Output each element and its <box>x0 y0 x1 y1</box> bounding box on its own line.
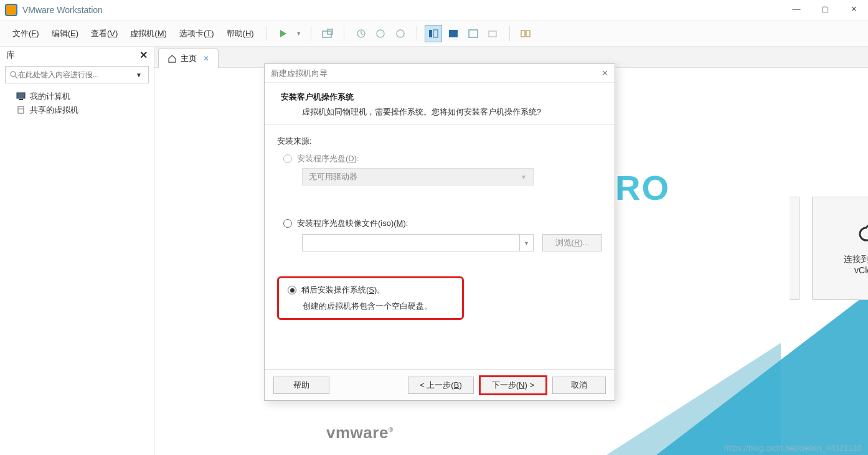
disc-dropdown: 无可用驱动器 ▼ <box>302 168 534 185</box>
install-source-label: 安装来源: <box>277 136 602 147</box>
toolbar-separator <box>344 26 344 41</box>
revert-button[interactable] <box>352 25 369 42</box>
manage-button[interactable] <box>392 25 409 42</box>
sidebar-header: 库 ✕ <box>0 47 154 63</box>
play-icon <box>278 29 288 39</box>
search-dropdown[interactable]: ▼ <box>133 72 144 78</box>
help-button[interactable]: 帮助 <box>273 377 329 394</box>
svg-point-13 <box>11 72 16 77</box>
tree: 我的计算机 共享的虚拟机 <box>0 86 154 121</box>
dialog-titlebar[interactable]: 新建虚拟机向导 ✕ <box>265 64 615 83</box>
radio-icon <box>288 286 296 294</box>
iso-path-input: ▾ <box>302 234 534 251</box>
fullscreen-button[interactable] <box>465 25 482 42</box>
sidebar-close[interactable]: ✕ <box>139 49 148 61</box>
tab-home[interactable]: 主页 ✕ <box>158 49 219 68</box>
toolbar-separator <box>417 26 417 41</box>
chevron-down-icon: ▼ <box>521 174 527 181</box>
tab-close[interactable]: ✕ <box>203 54 209 63</box>
minimize-button[interactable]: — <box>782 0 811 17</box>
dialog-body: 安装来源: 安装程序光盘(D): 无可用驱动器 ▼ 安装程序光盘映像文件(iso… <box>265 124 615 368</box>
search-input[interactable] <box>18 70 133 79</box>
library-icon <box>521 29 532 38</box>
snapshot2-button[interactable] <box>372 25 389 42</box>
dialog-footer: 帮助 < 上一步(B) 下一步(N) > 取消 <box>265 369 615 400</box>
home-icon <box>167 54 177 63</box>
search-row[interactable]: ▼ <box>5 66 149 83</box>
fullscreen-icon <box>468 29 478 38</box>
sidebar: 库 ✕ ▼ 我的计算机 共享的虚拟机 <box>0 47 154 455</box>
view-console-button[interactable] <box>445 25 462 42</box>
toolbar-separator <box>267 26 267 41</box>
radio-install-later[interactable]: 稍后安装操作系统(S)。 <box>288 284 453 296</box>
bg-triangle <box>656 293 868 455</box>
cancel-button[interactable]: 取消 <box>552 377 606 394</box>
svg-rect-8 <box>449 30 458 37</box>
app-icon <box>5 4 17 16</box>
new-vm-wizard-dialog: 新建虚拟机向导 ✕ 安装客户机操作系统 虚拟机如同物理机，需要操作系统。您将如何… <box>264 63 615 401</box>
menu-view[interactable]: 查看(V) <box>85 24 124 43</box>
menu-file[interactable]: 文件(F) <box>6 24 45 43</box>
snapshot-button[interactable] <box>319 25 336 42</box>
menu-help[interactable]: 帮助(H) <box>220 24 260 43</box>
clock-icon <box>375 29 385 39</box>
maximize-button[interactable]: ▢ <box>811 0 839 17</box>
later-subtext: 创建的虚拟机将包含一个空白硬盘。 <box>303 301 453 312</box>
clock-gear-icon <box>395 29 405 39</box>
svg-marker-0 <box>280 30 286 37</box>
menubar: 文件(F) 编辑(E) 查看(V) 虚拟机(M) 选项卡(T) 帮助(H) ▼ <box>0 21 868 47</box>
svg-rect-11 <box>521 30 525 37</box>
svg-rect-7 <box>433 30 438 37</box>
watermark: https://blog.csdn.net/weixin_44321110 <box>724 443 862 453</box>
view-thumb-button[interactable] <box>425 25 442 42</box>
unity-button[interactable] <box>484 25 502 42</box>
svg-rect-9 <box>469 30 478 37</box>
dialog-heading: 安装客户机操作系统 <box>281 91 598 103</box>
vcloud-card[interactable]: 连接到 VMware vCloud Air <box>812 197 868 300</box>
menu-tabs[interactable]: 选项卡(T) <box>173 24 220 43</box>
tab-label: 主页 <box>181 53 197 64</box>
next-button[interactable]: 下一步(N) > <box>480 377 546 394</box>
radio-icon <box>283 219 292 228</box>
window-controls: — ▢ ✕ <box>782 0 868 17</box>
radio-icon <box>283 154 292 163</box>
radio-label: 稍后安装操作系统(S)。 <box>301 284 385 296</box>
clock-back-icon <box>356 29 366 39</box>
tree-item-my-computer[interactable]: 我的计算机 <box>5 90 149 103</box>
dialog-header: 安装客户机操作系统 虚拟机如同物理机，需要操作系统。您将如何安装客户机操作系统? <box>265 83 615 124</box>
iso-path-row: ▾ 浏览(R)... <box>302 234 602 251</box>
svg-rect-2 <box>328 29 333 34</box>
svg-rect-12 <box>526 30 530 37</box>
tree-label: 我的计算机 <box>30 91 70 102</box>
highlight-later-option: 稍后安装操作系统(S)。 创建的虚拟机将包含一个空白硬盘。 <box>277 276 464 320</box>
svg-point-4 <box>377 30 384 37</box>
tree-label: 共享的虚拟机 <box>30 105 78 116</box>
dialog-close[interactable]: ✕ <box>601 68 608 78</box>
vcloud-label: 连接到 VMware vCloud Air <box>844 254 868 275</box>
dialog-subheading: 虚拟机如同物理机，需要操作系统。您将如何安装客户机操作系统? <box>281 106 598 118</box>
menu-vm[interactable]: 虚拟机(M) <box>124 24 173 43</box>
close-button[interactable]: ✕ <box>839 0 868 17</box>
radio-installer-disc[interactable]: 安装程序光盘(D): <box>283 153 602 164</box>
play-dropdown[interactable]: ▼ <box>295 25 303 42</box>
vmware-logo: vmware® <box>326 423 394 443</box>
svg-rect-17 <box>18 106 24 113</box>
svg-line-14 <box>15 76 17 78</box>
back-button[interactable]: < 上一步(B) <box>408 377 474 394</box>
svg-rect-16 <box>19 99 23 100</box>
play-button[interactable] <box>275 25 292 42</box>
radio-label: 安装程序光盘映像文件(iso)(M): <box>297 218 408 229</box>
radio-label: 安装程序光盘(D): <box>297 153 359 164</box>
snapshot-icon <box>322 29 333 39</box>
search-icon <box>9 70 18 79</box>
menu-edit[interactable]: 编辑(E) <box>45 24 85 43</box>
console-icon <box>448 29 458 38</box>
radio-iso-file[interactable]: 安装程序光盘映像文件(iso)(M): <box>283 218 602 229</box>
browse-button: 浏览(R)... <box>542 234 602 251</box>
bg-pro-text: RO <box>615 167 670 208</box>
library-button[interactable] <box>517 25 535 42</box>
computer-icon <box>16 92 26 101</box>
svg-rect-6 <box>429 30 432 37</box>
tree-item-shared-vms[interactable]: 共享的虚拟机 <box>5 103 149 117</box>
svg-rect-15 <box>17 93 25 98</box>
